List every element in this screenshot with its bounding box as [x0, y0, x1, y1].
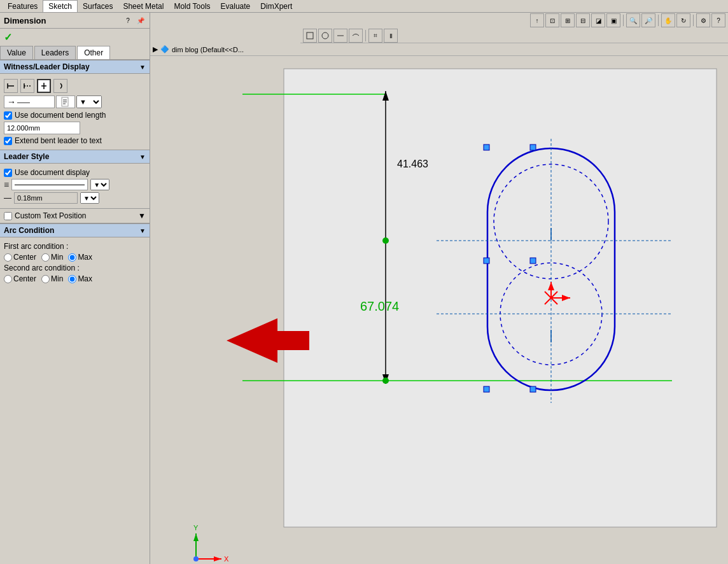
witness-collapse-icon[interactable]: ▼: [139, 64, 146, 71]
arrow-preview[interactable]: → ——: [4, 95, 55, 108]
viewport[interactable]: ↑ ⊡ ⊞ ⊟ ◪ ▣ 🔍 🔎 ✋ ↻ ⚙ ?: [150, 13, 728, 564]
sketch-btn-1[interactable]: [303, 29, 317, 43]
accept-button[interactable]: ✓: [4, 31, 12, 43]
toolbar-btn-up[interactable]: ↑: [530, 13, 544, 27]
toolbar-btn-pan[interactable]: ✋: [661, 13, 675, 27]
first-arc-max-radio[interactable]: [68, 253, 76, 262]
menu-sheet-metal[interactable]: Sheet Metal: [118, 1, 169, 12]
arc-condition-collapse-icon[interactable]: ▼: [139, 227, 146, 234]
custom-text-collapse[interactable]: ▼: [138, 211, 146, 220]
bend-length-input[interactable]: [4, 122, 80, 134]
witness-style-btn-4[interactable]: [53, 79, 67, 93]
coord-x-label: X: [224, 555, 229, 563]
second-arc-center-label[interactable]: Center: [4, 274, 36, 283]
menu-mold-tools[interactable]: Mold Tools: [169, 1, 215, 12]
menu-features[interactable]: Features: [3, 1, 43, 12]
red-pointer-svg: [227, 318, 309, 363]
sketch-btn-2[interactable]: [318, 29, 332, 43]
second-arc-max-text: Max: [78, 274, 92, 283]
thickness-icon: —: [4, 194, 11, 202]
menu-evaluate[interactable]: Evaluate: [216, 1, 256, 12]
drawing-canvas[interactable]: 41.463 67.074: [150, 56, 728, 564]
use-doc-bend-label: Use document bend length: [15, 111, 106, 120]
handle-bl: [484, 386, 489, 392]
second-arc-min-radio[interactable]: [41, 275, 50, 283]
first-arc-label: First arc condition :: [4, 242, 146, 251]
arrow-combo-row: → —— ▼: [4, 95, 146, 108]
red-pointer-polygon: [227, 318, 309, 363]
witness-style-btn-3[interactable]: [37, 79, 51, 93]
thickness-input[interactable]: [14, 192, 78, 204]
leader-style-content: Use document display ≡ ▼ —: [0, 164, 150, 208]
second-arc-max-label[interactable]: Max: [68, 274, 92, 283]
witness-leader-section-header[interactable]: Witness/Leader Display ▼: [0, 60, 150, 74]
toolbar-btn-rotate[interactable]: ↻: [676, 13, 690, 27]
doc-icon[interactable]: [56, 95, 75, 108]
sketch-btn-6[interactable]: Ⅱ: [384, 29, 398, 43]
second-arc-label: Second arc condition :: [4, 264, 146, 272]
line-style-preview[interactable]: [11, 179, 88, 190]
sep1: [623, 15, 624, 26]
second-arc-center-text: Center: [13, 274, 36, 283]
tab-leaders[interactable]: Leaders: [34, 46, 76, 59]
panel-scroll[interactable]: Witness/Leader Display ▼: [0, 60, 150, 564]
sketch-btn-4[interactable]: [349, 29, 363, 43]
handle-mr: [530, 258, 536, 264]
viewport-icon: 🔷: [160, 45, 169, 53]
leader-style-section-header[interactable]: Leader Style ▼: [0, 150, 150, 164]
toolbar-btn-help[interactable]: ?: [711, 13, 725, 27]
panel-icons: ? 📌: [123, 15, 146, 25]
help-icon[interactable]: ?: [123, 15, 133, 25]
arc-condition-section-header[interactable]: Arc Condition ▼: [0, 223, 150, 237]
top-toolbars: ↑ ⊡ ⊞ ⊟ ◪ ▣ 🔍 🔎 ✋ ↻ ⚙ ?: [300, 13, 728, 43]
witness-leader-content: → —— ▼ Use document bend length: [0, 74, 150, 150]
second-arc-center-radio[interactable]: [4, 275, 12, 283]
toolbar-btn-normal[interactable]: ⊡: [545, 13, 559, 27]
first-arc-center-radio[interactable]: [4, 253, 12, 262]
toolbar-btn-shade[interactable]: ◪: [591, 13, 605, 27]
toolbar-btn-zoom-out[interactable]: 🔍: [626, 13, 640, 27]
use-doc-display-checkbox[interactable]: [4, 169, 12, 177]
first-arc-max-label[interactable]: Max: [68, 253, 92, 262]
extend-bent-leader-checkbox[interactable]: [4, 137, 12, 145]
line-style-select[interactable]: ▼: [90, 179, 109, 190]
toolbar-btn-perspective[interactable]: ⊞: [561, 13, 575, 27]
use-doc-bend-row: Use document bend length: [4, 111, 146, 120]
tab-other[interactable]: Other: [77, 46, 110, 59]
second-arc-min-label[interactable]: Min: [41, 274, 63, 283]
toolbar-btn-zoom-in[interactable]: 🔎: [641, 13, 655, 27]
sketch-btn-5[interactable]: ⌗: [368, 29, 382, 43]
first-arc-min-text: Min: [51, 253, 63, 262]
toolbar-btn-shade2[interactable]: ▣: [606, 13, 620, 27]
use-doc-bend-checkbox[interactable]: [4, 111, 12, 120]
red-pointer-arrow-container: [227, 318, 309, 363]
menu-surfaces[interactable]: Surfaces: [78, 1, 118, 12]
arrow-end-select[interactable]: ▼: [76, 95, 102, 108]
sketch-btn-3[interactable]: [333, 29, 347, 43]
viewport-expand-icon[interactable]: ▶: [153, 45, 158, 53]
menu-dimxpert[interactable]: DimXpert: [255, 1, 297, 12]
first-arc-min-label[interactable]: Min: [41, 253, 63, 262]
menu-bar: Features Sketch Surfaces Sheet Metal Mol…: [0, 0, 728, 13]
toolbar-btn-wireframe[interactable]: ⊟: [576, 13, 590, 27]
arc-condition-title: Arc Condition: [4, 226, 54, 235]
coord-y-label: Y: [193, 524, 199, 532]
first-arc-center-label[interactable]: Center: [4, 253, 36, 262]
leader-style-title: Leader Style: [4, 152, 49, 161]
second-arc-max-radio[interactable]: [68, 275, 76, 283]
toolbar-btn-settings[interactable]: ⚙: [696, 13, 710, 27]
witness-icon-row: [4, 79, 146, 93]
tab-value[interactable]: Value: [0, 46, 33, 59]
first-arc-min-radio[interactable]: [41, 253, 50, 262]
witness-style-btn-1[interactable]: [4, 79, 18, 93]
witness-leader-title: Witness/Leader Display: [4, 62, 90, 71]
custom-text-label: Custom Text Position: [15, 211, 87, 220]
custom-text-checkbox[interactable]: [4, 212, 12, 220]
leader-style-collapse-icon[interactable]: ▼: [139, 153, 146, 160]
menu-sketch[interactable]: Sketch: [43, 0, 78, 12]
checkmark-row: ✓: [0, 29, 150, 46]
dim-text-1: 41.463: [397, 159, 428, 169]
witness-style-btn-2[interactable]: [20, 79, 34, 93]
pin-icon[interactable]: 📌: [136, 15, 146, 25]
thickness-select[interactable]: ▼: [80, 192, 99, 204]
